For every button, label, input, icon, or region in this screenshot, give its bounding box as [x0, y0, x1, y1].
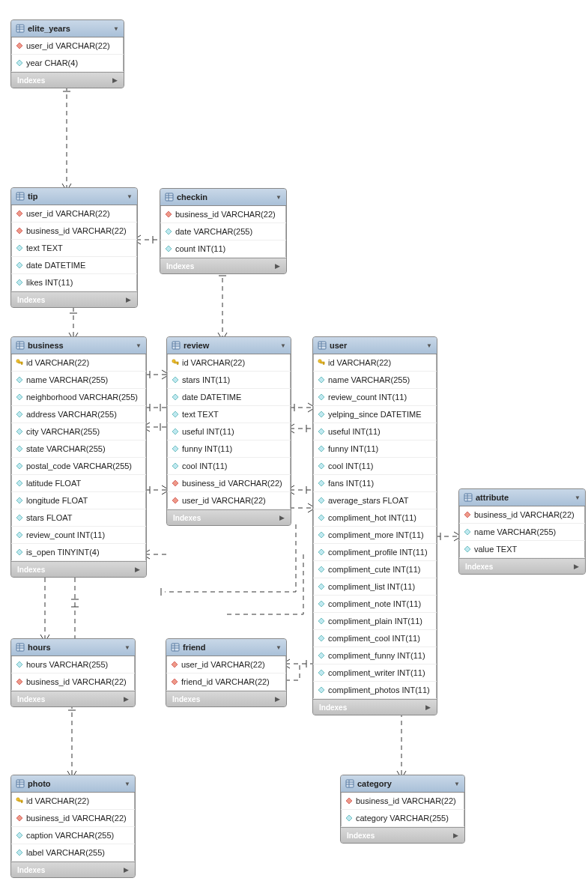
entity-photo[interactable]: photo▼id VARCHAR(22)business_id VARCHAR(…	[10, 775, 136, 878]
entity-category[interactable]: category▼business_id VARCHAR(22)category…	[340, 775, 465, 844]
column-row[interactable]: compliment_note INT(11)	[313, 596, 437, 613]
entity-header[interactable]: category▼	[341, 775, 464, 793]
column-row[interactable]: name VARCHAR(255)	[459, 524, 585, 541]
column-row[interactable]: cool INT(11)	[167, 458, 291, 475]
column-row[interactable]: stars FLOAT	[11, 509, 146, 527]
column-row[interactable]: cool INT(11)	[313, 458, 437, 475]
chevron-down-icon[interactable]: ▼	[124, 644, 130, 651]
chevron-right-icon[interactable]: ▶	[453, 832, 458, 839]
chevron-down-icon[interactable]: ▼	[454, 781, 460, 787]
chevron-down-icon[interactable]: ▼	[426, 342, 432, 349]
column-row[interactable]: city VARCHAR(255)	[11, 423, 146, 441]
column-row[interactable]: business_id VARCHAR(22)	[11, 810, 135, 827]
entity-friend[interactable]: friend▼user_id VARCHAR(22)friend_id VARC…	[166, 638, 287, 707]
column-row[interactable]: neighborhood VARCHAR(255)	[11, 389, 146, 406]
chevron-down-icon[interactable]: ▼	[575, 494, 581, 501]
column-row[interactable]: compliment_plain INT(11)	[313, 613, 437, 630]
column-row[interactable]: useful INT(11)	[313, 423, 437, 441]
chevron-right-icon[interactable]: ▶	[124, 866, 129, 874]
column-row[interactable]: average_stars FLOAT	[313, 492, 437, 509]
column-row[interactable]: business_id VARCHAR(22)	[341, 793, 464, 810]
column-row[interactable]: stars INT(11)	[167, 372, 291, 389]
entity-header[interactable]: photo▼	[11, 775, 135, 793]
column-row[interactable]: compliment_photos INT(11)	[313, 682, 437, 699]
column-row[interactable]: text TEXT	[167, 406, 291, 423]
column-row[interactable]: date DATETIME	[167, 389, 291, 406]
entity-header[interactable]: friend▼	[166, 639, 286, 656]
column-row[interactable]: compliment_list INT(11)	[313, 578, 437, 596]
column-row[interactable]: funny INT(11)	[313, 441, 437, 458]
column-row[interactable]: compliment_writer INT(11)	[313, 665, 437, 682]
column-row[interactable]: business_id VARCHAR(22)	[160, 206, 286, 223]
indexes-section[interactable]: Indexes▶	[11, 561, 146, 577]
entity-checkin[interactable]: checkin▼business_id VARCHAR(22)date VARC…	[160, 188, 287, 274]
chevron-down-icon[interactable]: ▼	[276, 644, 282, 651]
column-row[interactable]: useful INT(11)	[167, 423, 291, 441]
column-row[interactable]: name VARCHAR(255)	[11, 372, 146, 389]
column-row[interactable]: caption VARCHAR(255)	[11, 827, 135, 844]
chevron-right-icon[interactable]: ▶	[275, 695, 280, 703]
column-row[interactable]: hours VARCHAR(255)	[11, 656, 135, 673]
entity-header[interactable]: hours▼	[11, 639, 135, 656]
column-row[interactable]: id VARCHAR(22)	[313, 354, 437, 372]
entity-user[interactable]: user▼id VARCHAR(22)name VARCHAR(255)revi…	[312, 336, 437, 715]
chevron-right-icon[interactable]: ▶	[124, 695, 129, 703]
entity-header[interactable]: user▼	[313, 337, 437, 354]
column-row[interactable]: likes INT(11)	[11, 274, 137, 291]
column-row[interactable]: postal_code VARCHAR(255)	[11, 458, 146, 475]
chevron-right-icon[interactable]: ▶	[425, 703, 431, 711]
entity-header[interactable]: business▼	[11, 337, 146, 354]
indexes-section[interactable]: Indexes▶	[166, 691, 286, 706]
indexes-section[interactable]: Indexes▶	[160, 258, 286, 273]
entity-header[interactable]: checkin▼	[160, 189, 286, 206]
column-row[interactable]: address VARCHAR(255)	[11, 406, 146, 423]
entity-hours[interactable]: hours▼hours VARCHAR(255)business_id VARC…	[10, 638, 136, 707]
column-row[interactable]: latitude FLOAT	[11, 475, 146, 492]
entity-header[interactable]: tip▼	[11, 188, 137, 205]
column-row[interactable]: name VARCHAR(255)	[313, 372, 437, 389]
indexes-section[interactable]: Indexes▶	[11, 72, 124, 88]
chevron-down-icon[interactable]: ▼	[136, 342, 142, 349]
entity-header[interactable]: elite_years▼	[11, 20, 124, 37]
column-row[interactable]: longitude FLOAT	[11, 492, 146, 509]
column-row[interactable]: user_id VARCHAR(22)	[166, 656, 286, 673]
column-row[interactable]: category VARCHAR(255)	[341, 810, 464, 827]
column-row[interactable]: user_id VARCHAR(22)	[11, 37, 124, 55]
indexes-section[interactable]: Indexes▶	[11, 291, 137, 307]
chevron-down-icon[interactable]: ▼	[127, 193, 133, 200]
entity-tip[interactable]: tip▼user_id VARCHAR(22)business_id VARCH…	[10, 187, 138, 308]
indexes-section[interactable]: Indexes▶	[11, 691, 135, 706]
column-row[interactable]: id VARCHAR(22)	[11, 354, 146, 372]
column-row[interactable]: user_id VARCHAR(22)	[167, 492, 291, 509]
indexes-section[interactable]: Indexes▶	[167, 509, 291, 525]
indexes-section[interactable]: Indexes▶	[11, 862, 135, 877]
column-row[interactable]: compliment_profile INT(11)	[313, 544, 437, 561]
column-row[interactable]: business_id VARCHAR(22)	[167, 475, 291, 492]
column-row[interactable]: compliment_more INT(11)	[313, 527, 437, 544]
chevron-right-icon[interactable]: ▶	[135, 566, 140, 573]
column-row[interactable]: compliment_cute INT(11)	[313, 561, 437, 578]
column-row[interactable]: id VARCHAR(22)	[167, 354, 291, 372]
column-row[interactable]: business_id VARCHAR(22)	[459, 506, 585, 524]
chevron-down-icon[interactable]: ▼	[280, 342, 286, 349]
indexes-section[interactable]: Indexes▶	[313, 699, 437, 715]
column-row[interactable]: compliment_funny INT(11)	[313, 647, 437, 665]
entity-elite_years[interactable]: elite_years▼user_id VARCHAR(22)year CHAR…	[10, 19, 124, 88]
entity-business[interactable]: business▼id VARCHAR(22)name VARCHAR(255)…	[10, 336, 147, 578]
chevron-down-icon[interactable]: ▼	[113, 25, 119, 32]
column-row[interactable]: year CHAR(4)	[11, 55, 124, 72]
column-row[interactable]: is_open TINYINT(4)	[11, 544, 146, 561]
column-row[interactable]: text TEXT	[11, 240, 137, 257]
column-row[interactable]: id VARCHAR(22)	[11, 793, 135, 810]
column-row[interactable]: business_id VARCHAR(22)	[11, 223, 137, 240]
column-row[interactable]: yelping_since DATETIME	[313, 406, 437, 423]
column-row[interactable]: review_count INT(11)	[313, 389, 437, 406]
column-row[interactable]: friend_id VARCHAR(22)	[166, 673, 286, 691]
column-row[interactable]: date VARCHAR(255)	[160, 223, 286, 240]
chevron-down-icon[interactable]: ▼	[276, 194, 282, 201]
column-row[interactable]: compliment_cool INT(11)	[313, 630, 437, 647]
column-row[interactable]: label VARCHAR(255)	[11, 844, 135, 862]
column-row[interactable]: funny INT(11)	[167, 441, 291, 458]
column-row[interactable]: date DATETIME	[11, 257, 137, 274]
column-row[interactable]: business_id VARCHAR(22)	[11, 673, 135, 691]
